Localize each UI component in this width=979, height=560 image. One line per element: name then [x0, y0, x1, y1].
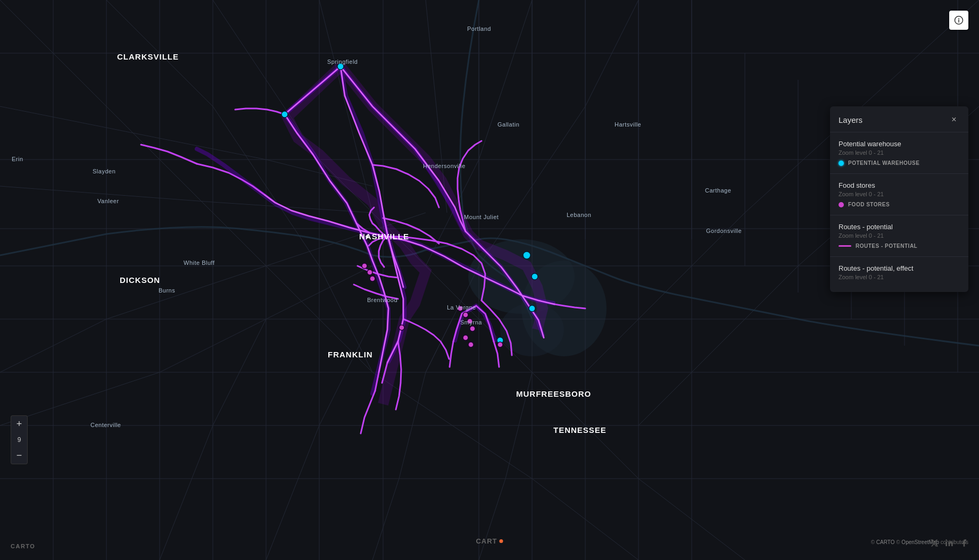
- info-icon: [954, 15, 964, 25]
- layer-zoom-food-stores: Zoom level 0 - 21: [839, 191, 960, 197]
- carto-dot: [500, 539, 503, 543]
- layer-name-routes-potential: Routes - potential: [839, 223, 960, 231]
- layer-name-routes-potential-effect: Routes - potential, effect: [839, 264, 960, 272]
- layers-panel: Layers × Potential warehouse Zoom level …: [830, 106, 968, 292]
- linkedin-icon[interactable]: [945, 539, 953, 549]
- zoom-in-button[interactable]: +: [11, 415, 28, 432]
- svg-point-9: [529, 305, 535, 312]
- layer-legend-food-stores: FOOD STORES: [839, 202, 960, 207]
- carto-watermark: CART: [476, 537, 503, 545]
- carto-logo-text: CARTO: [11, 543, 35, 549]
- carto-link[interactable]: CARTO: [876, 539, 895, 545]
- layers-header: Layers ×: [830, 106, 968, 132]
- layer-food-stores: Food stores Zoom level 0 - 21 FOOD STORE…: [830, 174, 968, 215]
- zoom-controls: + 9 −: [11, 415, 28, 464]
- svg-point-15: [463, 312, 468, 317]
- layer-name-food-stores: Food stores: [839, 181, 960, 189]
- svg-point-11: [367, 270, 372, 275]
- svg-point-4: [337, 63, 344, 70]
- legend-dot-potential-warehouse: [839, 161, 844, 166]
- legend-label-potential-warehouse: POTENTIAL WAREHOUSE: [848, 160, 919, 166]
- svg-point-25: [945, 539, 947, 541]
- info-button[interactable]: [949, 11, 968, 30]
- svg-point-6: [523, 252, 530, 259]
- svg-point-17: [470, 326, 475, 331]
- layer-name-potential-warehouse: Potential warehouse: [839, 140, 960, 148]
- layers-close-button[interactable]: ×: [948, 114, 960, 126]
- svg-point-10: [362, 263, 367, 269]
- twitter-icon[interactable]: [930, 539, 939, 549]
- legend-dot-food-stores: [839, 202, 844, 207]
- carto-logo-bottom-left: CARTO: [11, 543, 35, 549]
- svg-point-21: [366, 235, 369, 238]
- legend-label-food-stores: FOOD STORES: [848, 202, 890, 207]
- svg-point-20: [497, 342, 503, 347]
- facebook-icon[interactable]: [960, 539, 968, 549]
- layers-title: Layers: [839, 115, 862, 124]
- svg-point-19: [468, 342, 474, 347]
- layer-legend-routes-potential: ROUTES - POTENTIAL: [839, 243, 960, 249]
- svg-point-16: [467, 319, 472, 324]
- social-icons: [930, 539, 968, 549]
- legend-line-routes-potential: [839, 245, 851, 247]
- svg-point-5: [281, 111, 288, 118]
- zoom-level-display: 9: [11, 432, 28, 447]
- layer-zoom-routes-potential-effect: Zoom level 0 - 21: [839, 274, 960, 280]
- svg-point-18: [463, 335, 468, 340]
- layer-zoom-routes-potential: Zoom level 0 - 21: [839, 232, 960, 239]
- map-container[interactable]: CLARKSVILLE Portland Springfield Gallati…: [0, 0, 979, 560]
- layer-legend-potential-warehouse: POTENTIAL WAREHOUSE: [839, 160, 960, 166]
- layer-potential-warehouse: Potential warehouse Zoom level 0 - 21 PO…: [830, 132, 968, 174]
- legend-label-routes-potential: ROUTES - POTENTIAL: [856, 243, 917, 249]
- svg-point-7: [532, 273, 538, 280]
- layer-routes-potential-effect: Routes - potential, effect Zoom level 0 …: [830, 257, 968, 292]
- svg-point-12: [370, 276, 375, 281]
- zoom-out-button[interactable]: −: [11, 447, 28, 464]
- carto-text: CART: [476, 537, 497, 545]
- layer-routes-potential: Routes - potential Zoom level 0 - 21 ROU…: [830, 215, 968, 257]
- svg-point-13: [399, 325, 404, 330]
- layer-zoom-potential-warehouse: Zoom level 0 - 21: [839, 149, 960, 156]
- svg-point-14: [458, 306, 463, 311]
